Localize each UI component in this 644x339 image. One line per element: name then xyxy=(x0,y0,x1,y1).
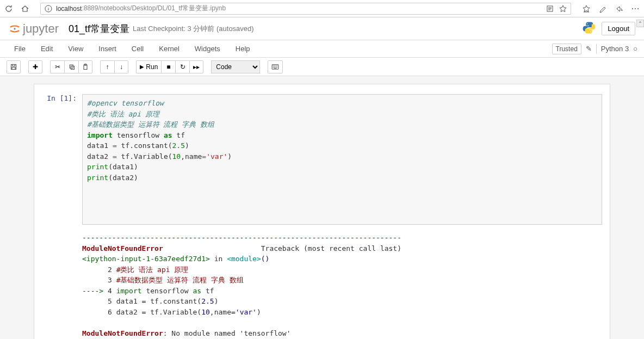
svg-point-4 xyxy=(637,8,639,9)
cut-button[interactable]: ✂ xyxy=(50,60,64,73)
notebook-title[interactable]: 01_tf常量变量 xyxy=(69,22,129,35)
restart-button[interactable]: ↻ xyxy=(175,60,189,73)
kernel-idle-icon: ○ xyxy=(633,45,637,53)
cell-type-select[interactable]: Code xyxy=(211,60,260,73)
favorites-icon[interactable] xyxy=(582,4,591,13)
save-button[interactable] xyxy=(7,60,21,73)
run-button[interactable]: ▶ Run xyxy=(136,60,161,73)
url-host: localhost xyxy=(56,5,82,13)
svg-point-5 xyxy=(14,28,15,29)
svg-rect-8 xyxy=(12,67,15,69)
menu-insert[interactable]: Insert xyxy=(91,41,124,56)
browser-bar: localhost:8889/notebooks/Desktop/DL/01_t… xyxy=(0,0,644,17)
refresh-icon[interactable] xyxy=(4,4,13,13)
svg-point-3 xyxy=(635,8,636,9)
menu-view[interactable]: View xyxy=(60,41,91,56)
notes-icon[interactable] xyxy=(598,4,607,13)
jupyter-logo[interactable]: jupyter xyxy=(9,22,59,36)
output-prompt xyxy=(42,230,82,339)
menu-cell[interactable]: Cell xyxy=(124,41,151,56)
more-icon[interactable] xyxy=(631,4,640,13)
edit-icon[interactable]: ✎ xyxy=(586,45,592,53)
menu-kernel[interactable]: Kernel xyxy=(151,41,187,56)
notebook-container: In [1]: #opencv tensorflow #类比 语法 api 原理… xyxy=(0,76,644,339)
toolbar: ✚ ✂ ↑ ↓ ▶ Run ■ ↻ ▸▸ Code xyxy=(0,58,644,76)
reader-icon[interactable] xyxy=(546,4,554,13)
add-cell-button[interactable]: ✚ xyxy=(28,60,42,73)
output-cell: ----------------------------------------… xyxy=(42,230,602,339)
command-palette-button[interactable] xyxy=(268,60,283,73)
svg-rect-7 xyxy=(13,64,15,66)
interrupt-button[interactable]: ■ xyxy=(161,60,175,73)
checkpoint-text: Last Checkpoint: 3 分钟前 (autosaved) xyxy=(133,24,254,34)
code-cell[interactable]: In [1]: #opencv tensorflow #类比 语法 api 原理… xyxy=(42,94,602,225)
logout-button[interactable]: Logout xyxy=(602,22,635,35)
paste-button[interactable] xyxy=(78,60,92,73)
trusted-badge[interactable]: Trusted xyxy=(552,44,581,54)
menu-file[interactable]: File xyxy=(7,41,33,56)
menu-help[interactable]: Help xyxy=(228,41,258,56)
home-icon[interactable] xyxy=(21,4,29,13)
star-icon[interactable] xyxy=(559,4,567,13)
scroll-up-button[interactable]: ^ xyxy=(636,20,644,27)
share-icon[interactable] xyxy=(615,4,623,13)
menu-edit[interactable]: Edit xyxy=(33,41,60,56)
copy-button[interactable] xyxy=(64,60,78,73)
svg-rect-9 xyxy=(70,65,73,68)
svg-rect-10 xyxy=(71,66,74,69)
url-path: :8889/notebooks/Desktop/DL/01_tf常量变量.ipy… xyxy=(82,4,226,13)
url-bar[interactable]: localhost:8889/notebooks/Desktop/DL/01_t… xyxy=(40,3,571,15)
info-icon xyxy=(44,4,53,13)
input-prompt: In [1]: xyxy=(42,94,82,225)
python-logo-icon xyxy=(582,21,596,36)
menu-bar: File Edit View Insert Cell Kernel Widget… xyxy=(0,40,644,58)
error-output: ----------------------------------------… xyxy=(82,230,602,339)
code-input[interactable]: #opencv tensorflow #类比 语法 api 原理 #基础数据类型… xyxy=(82,94,602,225)
kernel-name[interactable]: Python 3 xyxy=(601,45,629,53)
menu-widgets[interactable]: Widgets xyxy=(187,41,228,56)
svg-point-2 xyxy=(632,8,633,9)
move-up-button[interactable]: ↑ xyxy=(100,60,114,73)
jupyter-header: jupyter 01_tf常量变量 Last Checkpoint: 3 分钟前… xyxy=(0,17,644,40)
move-down-button[interactable]: ↓ xyxy=(114,60,128,73)
restart-run-button[interactable]: ▸▸ xyxy=(189,60,203,73)
